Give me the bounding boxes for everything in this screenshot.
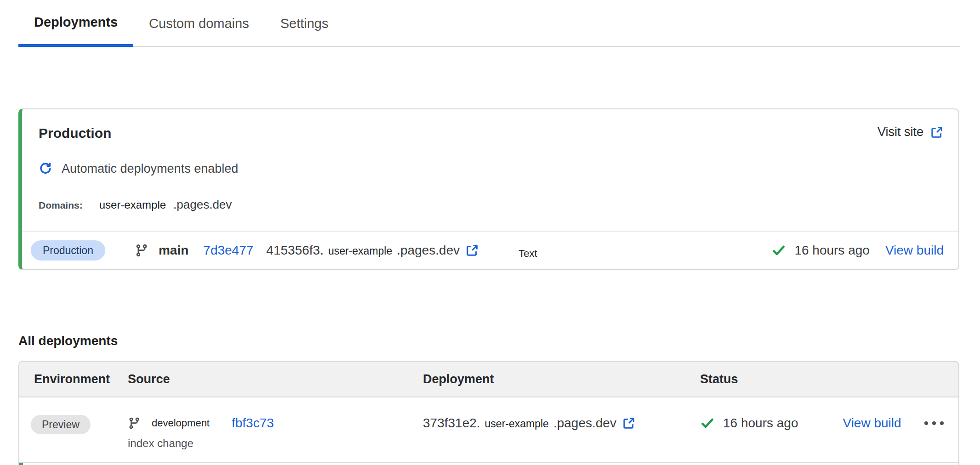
deployment-time: 16 hours ago: [794, 243, 869, 258]
production-card: Production Visit site Automatic deployme…: [18, 108, 959, 270]
production-title: Production: [39, 125, 111, 142]
deployment-url-suffix: .pages.dev: [553, 416, 616, 431]
view-build-link[interactable]: View build: [885, 243, 944, 258]
git-branch-icon: [128, 417, 141, 430]
source-cell: development fbf3c73 index change: [128, 397, 423, 462]
domain-suffix: .pages.dev: [173, 198, 232, 212]
deployment-url-name: user-example: [485, 418, 549, 430]
source-branch-line: development fbf3c73: [128, 415, 423, 431]
all-deployments-title: All deployments: [18, 334, 980, 348]
pages-project-screen: Deployments Custom domains Settings Prod…: [0, 0, 980, 465]
column-header-deployment: Deployment: [423, 372, 700, 386]
table-row: Preview development fbf3c73 index change: [19, 397, 958, 463]
deployment-cell: 373f31e2. user-example .pages.dev: [423, 397, 700, 462]
table-header-row: Environment Source Deployment Status: [19, 362, 958, 397]
annotation-note: Text: [518, 248, 537, 260]
deployment-url-prefix: 415356f3.: [266, 243, 324, 258]
refresh-icon: [39, 162, 52, 176]
external-link-icon[interactable]: [622, 416, 636, 430]
deployment-url-suffix: .pages.dev: [397, 243, 460, 258]
tab-bar: Deployments Custom domains Settings: [18, 0, 960, 47]
branch-name: development: [152, 417, 210, 429]
view-build-link[interactable]: View build: [843, 416, 901, 431]
deployment-url: 373f31e2. user-example .pages.dev: [423, 416, 616, 431]
column-header-environment: Environment: [19, 372, 128, 386]
next-row-partial: [19, 463, 958, 465]
domain-name: user-example: [99, 198, 166, 211]
deployments-table: Environment Source Deployment Status Pre…: [18, 361, 959, 465]
deployment-time: 16 hours ago: [723, 416, 798, 431]
tab-custom-domains[interactable]: Custom domains: [133, 0, 265, 47]
visit-site-label: Visit site: [877, 125, 923, 139]
branch-name: main: [159, 243, 188, 258]
commit-message: index change: [128, 437, 423, 450]
check-icon: [700, 416, 715, 431]
production-card-header: Production Visit site: [22, 109, 958, 142]
commit-link[interactable]: fbf3c73: [232, 416, 274, 431]
column-header-status: Status: [700, 372, 958, 386]
tab-settings[interactable]: Settings: [265, 0, 344, 47]
deployment-status-group: 16 hours ago View build: [771, 243, 944, 258]
domains-row: Domains: user-example .pages.dev: [39, 198, 958, 210]
more-actions-icon[interactable]: [923, 419, 945, 428]
auto-deployments-row: Automatic deployments enabled: [39, 162, 958, 176]
commit-link[interactable]: 7d3e477: [203, 243, 253, 258]
tab-deployments[interactable]: Deployments: [18, 0, 133, 47]
environment-badge: Preview: [31, 415, 91, 434]
external-link-icon: [930, 125, 944, 139]
column-header-source: Source: [128, 372, 423, 386]
status-cell: 16 hours ago View build: [700, 397, 958, 462]
check-icon: [771, 243, 786, 258]
git-branch-icon: [135, 244, 148, 257]
visit-site-link[interactable]: Visit site: [877, 125, 944, 139]
domains-label: Domains:: [39, 200, 83, 211]
production-deployment-row: Production main 7d3e477 415356f3. user-e…: [22, 231, 958, 269]
auto-deployments-text: Automatic deployments enabled: [62, 162, 238, 176]
external-link-icon[interactable]: [465, 244, 479, 257]
environment-badge: Production: [31, 240, 105, 261]
deployment-url-prefix: 373f31e2.: [423, 416, 480, 431]
deployment-url: 415356f3. user-example .pages.dev: [266, 243, 460, 258]
environment-cell: Preview: [19, 397, 128, 462]
deployment-url-name: user-example: [328, 245, 392, 257]
